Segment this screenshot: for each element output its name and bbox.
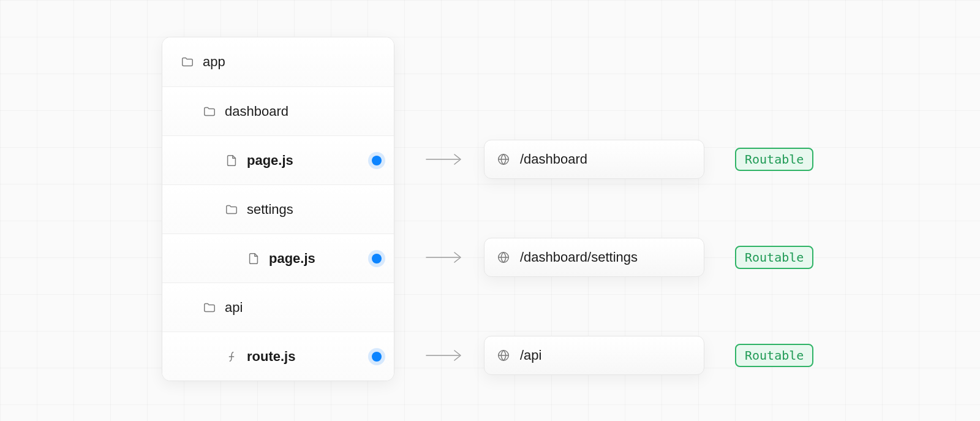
arrow-right-icon: [425, 250, 466, 265]
route-path: /dashboard: [520, 151, 587, 167]
arrow-right-icon: [425, 348, 466, 363]
tree-row-api: api: [162, 283, 394, 332]
badge-label: Routable: [745, 348, 804, 363]
tree-row-dashboard: dashboard: [162, 86, 394, 135]
file-tree-panel: app dashboard page.js settings: [162, 37, 394, 381]
tree-row-dashboard-page: page.js: [162, 135, 394, 184]
tree-row-app: app: [162, 37, 394, 86]
arrow-right-icon: [425, 152, 466, 167]
routable-dot-icon: [372, 352, 382, 362]
route-pill-dashboard: /dashboard: [484, 140, 704, 179]
tree-label: app: [203, 54, 225, 70]
routable-dot-icon: [372, 254, 382, 264]
file-icon: [225, 154, 238, 167]
folder-icon: [203, 301, 216, 314]
file-icon: [247, 252, 260, 265]
globe-icon: [497, 251, 510, 264]
function-icon: [225, 350, 238, 363]
tree-row-settings: settings: [162, 184, 394, 233]
globe-icon: [497, 153, 510, 166]
route-path: /dashboard/settings: [520, 249, 638, 265]
tree-row-api-route: route.js: [162, 332, 394, 381]
globe-icon: [497, 349, 510, 362]
tree-label: settings: [247, 202, 293, 218]
folder-icon: [181, 55, 194, 69]
badge-label: Routable: [745, 250, 804, 265]
route-pill-api: /api: [484, 336, 704, 375]
tree-row-settings-page: page.js: [162, 233, 394, 283]
folder-icon: [225, 203, 238, 216]
diagram-stage: app dashboard page.js settings: [0, 0, 980, 421]
tree-label: page.js: [247, 153, 293, 169]
routable-badge: Routable: [735, 148, 813, 171]
tree-label: route.js: [247, 349, 295, 365]
routable-badge: Routable: [735, 246, 813, 269]
route-path: /api: [520, 347, 541, 363]
badge-label: Routable: [745, 152, 804, 167]
routable-dot-icon: [372, 156, 382, 165]
tree-label: api: [225, 300, 243, 316]
tree-label: dashboard: [225, 104, 288, 119]
tree-label: page.js: [269, 251, 315, 267]
routable-badge: Routable: [735, 344, 813, 367]
folder-icon: [203, 105, 216, 118]
route-pill-settings: /dashboard/settings: [484, 238, 704, 277]
